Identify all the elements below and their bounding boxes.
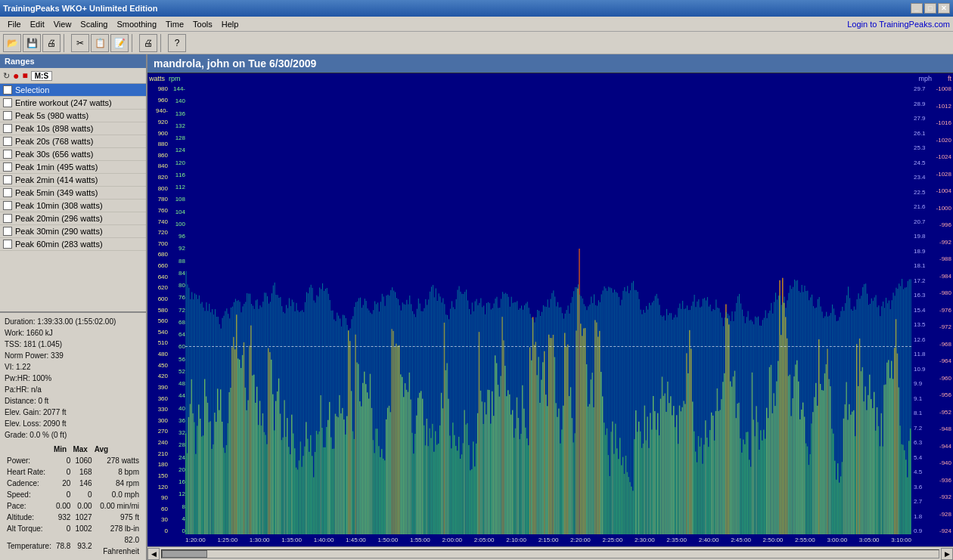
svg-rect-939 [867,294,868,534]
record-icon[interactable]: ● [13,70,19,82]
toolbar-cut[interactable]: ✂ [71,34,89,52]
svg-rect-915 [849,298,850,534]
range-item-peak2min[interactable]: Peak 2min (414 watts) [0,174,146,187]
y-mph-26: 26.1 [914,130,932,137]
range-item-peak20s[interactable]: Peak 20s (768 watts) [0,135,146,148]
refresh-icon[interactable]: ↻ [3,71,10,81]
toolbar-copy[interactable]: 📋 [91,34,109,52]
range-checkbox-peak10min[interactable] [3,201,12,210]
range-item-peak10min[interactable]: Peak 10min (308 watts) [0,200,146,212]
scroll-right-button[interactable]: ▶ [941,548,953,560]
svg-rect-281 [389,295,390,534]
svg-rect-127 [278,295,278,534]
menu-tools[interactable]: Tools [188,18,217,30]
svg-rect-129 [278,298,279,534]
minimize-button[interactable]: _ [911,3,923,14]
toolbar-help[interactable]: ? [168,34,186,52]
y-ft-24: -936 [932,477,953,484]
toolbar-open[interactable]: 📂 [3,34,21,52]
y-rpm-72: 72 [169,307,185,314]
chart-container[interactable]: watts rpm mph ft 980 960 940- 920 900 88… [147,73,953,560]
y-rpm-36: 36 [169,417,185,424]
svg-rect-757 [734,311,735,534]
range-item-entire[interactable]: Entire workout (247 watts) [0,97,146,110]
svg-rect-745 [726,312,727,534]
menu-edit[interactable]: Edit [26,18,49,30]
toolbar-save[interactable]: 💾 [23,34,41,52]
y-mph-18: 1.8 [914,513,932,520]
svg-rect-547 [582,299,583,534]
range-item-peak30min[interactable]: Peak 30min (290 watts) [0,225,146,238]
svg-rect-845 [799,291,799,534]
y-ft-12: -984 [932,273,953,280]
menu-view[interactable]: View [49,18,76,30]
chart-scrollbar[interactable]: ◀ ▶ [147,546,953,560]
svg-rect-179 [315,302,315,534]
svg-rect-837 [793,287,793,534]
range-checkbox-peak5min[interactable] [3,188,12,197]
svg-rect-979 [896,288,896,534]
svg-rect-651 [658,299,659,534]
y-mph-19: 19.8 [914,233,932,240]
range-item-peak5s[interactable]: Peak 5s (980 watts) [0,110,146,122]
maximize-button[interactable]: □ [924,3,936,14]
range-item-selection[interactable]: Selection [0,84,146,97]
range-item-peak10s[interactable]: Peak 10s (898 watts) [0,122,146,135]
x-label-120: 1:20:00 [185,537,206,543]
svg-rect-699 [693,302,694,534]
toolbar-paste[interactable]: 📝 [110,34,129,52]
range-item-peak20min[interactable]: Peak 20min (296 watts) [0,212,146,225]
toolbar-print2[interactable]: 🖨 [139,34,157,52]
range-checkbox-peak10s[interactable] [3,124,12,133]
svg-rect-501 [549,308,550,534]
svg-rect-867 [815,308,815,534]
scroll-track[interactable] [161,549,939,558]
range-checkbox-peak1min[interactable] [3,162,12,172]
svg-rect-341 [433,285,433,534]
svg-rect-275 [385,306,386,534]
range-checkbox-peak5s[interactable] [3,111,12,120]
svg-rect-17 [197,299,198,534]
svg-rect-749 [729,315,730,534]
svg-rect-335 [428,299,429,534]
range-checkbox-peak60min[interactable] [3,240,12,249]
range-checkbox-entire[interactable] [3,98,12,107]
svg-rect-835 [791,289,792,534]
svg-rect-889 [830,313,831,534]
range-checkbox-peak20min[interactable] [3,214,12,223]
svg-rect-61 [229,318,230,534]
range-item-peak5min[interactable]: Peak 5min (349 watts) [0,187,146,200]
svg-rect-47 [219,324,220,534]
svg-rect-597 [619,297,619,534]
svg-rect-785 [755,317,756,534]
y-watts-660: 660 [147,262,169,269]
menu-smoothing[interactable]: Smoothing [112,18,161,30]
y-rpm-48: 48 [169,380,185,387]
range-checkbox-peak30min[interactable] [3,227,12,236]
svg-rect-283 [390,290,391,534]
stop-icon[interactable]: ■ [22,70,27,81]
menu-time[interactable]: Time [161,18,188,30]
range-checkbox-peak20s[interactable] [3,137,12,146]
y-watts-450: 450 [147,362,169,369]
scroll-thumb[interactable] [162,550,207,558]
close-button[interactable]: ✕ [938,3,950,14]
svg-rect-279 [387,295,388,534]
range-item-peak60min[interactable]: Peak 60min (283 watts) [0,238,146,251]
range-item-peak30s[interactable]: Peak 30s (656 watts) [0,148,146,161]
y-mph-14: 15.4 [914,307,932,314]
svg-rect-783 [753,324,754,534]
login-link[interactable]: Login to TrainingPeaks.com [847,20,950,29]
range-checkbox-selection[interactable] [3,85,12,94]
menu-scaling[interactable]: Scaling [76,18,112,30]
range-checkbox-peak2min[interactable] [3,175,12,184]
menu-help[interactable]: Help [217,18,244,30]
svg-rect-73 [238,300,239,534]
range-item-peak1min[interactable]: Peak 1min (495 watts) [0,161,146,174]
toolbar-print[interactable]: 🖨 [42,34,61,52]
menu-file[interactable]: File [3,18,26,30]
svg-rect-227 [350,328,351,534]
scroll-left-button[interactable]: ◀ [147,548,160,560]
svg-rect-103 [259,305,260,534]
range-checkbox-peak30s[interactable] [3,150,12,159]
